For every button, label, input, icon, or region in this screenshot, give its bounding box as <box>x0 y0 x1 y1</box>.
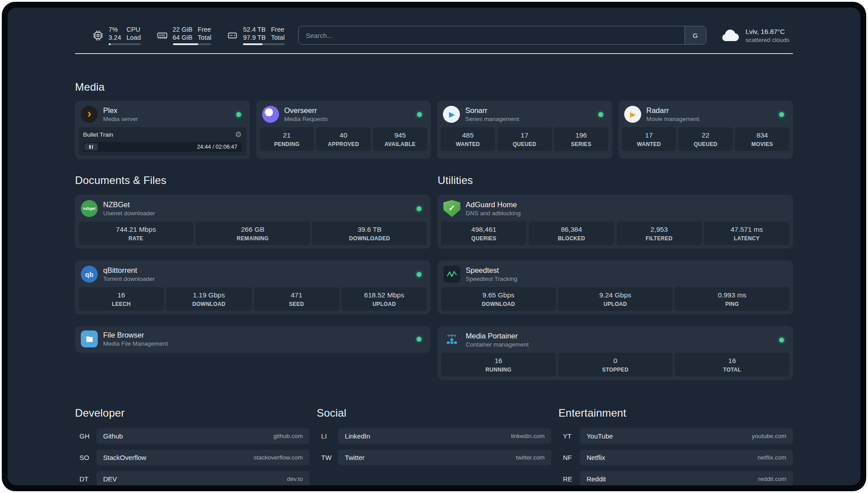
bookmark-url: youtube.com <box>752 433 786 439</box>
bookmark-netflix[interactable]: NF Netflixnetflix.com <box>559 450 793 465</box>
memory-total-label: Total <box>198 33 212 42</box>
stat-latency: 47.571 msLATENCY <box>704 221 789 245</box>
weather-widget[interactable]: Lviv, 16.87°C scattered clouds <box>720 28 789 43</box>
overseerr-icon <box>262 106 279 123</box>
bookmark-reddit[interactable]: RE Redditreddit.com <box>559 471 793 485</box>
bookmark-dev[interactable]: DT DEVdev.to <box>75 471 309 485</box>
stat-running: 16RUNNING <box>441 353 556 376</box>
bookmark-abbr: NF <box>559 454 580 461</box>
stat-available: 945AVAILABLE <box>373 127 427 151</box>
stat-download: 1.19 GbpsDOWNLOAD <box>166 287 251 311</box>
documents-column: Documents & Files nzbget NZBGet Usenet d… <box>75 174 430 380</box>
service-subtitle: Media Requests <box>284 116 328 122</box>
search-input[interactable] <box>299 26 684 44</box>
service-card-overseerr[interactable]: Overseerr Media Requests 21PENDING 40APP… <box>256 100 431 159</box>
cloud-icon <box>720 28 740 42</box>
cpu-icon <box>92 29 104 42</box>
bookmark-url: github.com <box>273 433 303 439</box>
service-card-nzbget[interactable]: nzbget NZBGet Usenet downloader 744.21 M… <box>75 195 430 249</box>
memory-progress-fill <box>173 43 198 45</box>
bookmark-stackoverflow[interactable]: SO StackOverflowstackoverflow.com <box>75 450 309 465</box>
service-name: Overseerr <box>284 106 328 115</box>
service-name: Sonarr <box>465 106 519 115</box>
plex-icon: › <box>81 106 98 123</box>
service-name: NZBGet <box>103 201 155 209</box>
service-name: Radarr <box>647 106 700 115</box>
memory-icon <box>156 29 168 42</box>
cpu-progress-fill <box>108 43 111 45</box>
service-subtitle: Series management <box>465 116 519 122</box>
service-name: File Browser <box>103 331 168 339</box>
stat-wanted: 485WANTED <box>441 127 495 151</box>
bookmark-group-developer: Developer GH Githubgithub.com SO StackOv… <box>75 407 309 485</box>
service-card-qbittorrent[interactable]: qb qBittorrent Torrent downloader 16LEEC… <box>75 260 430 314</box>
memory-progress-track <box>173 43 212 45</box>
bookmark-name: YouTube <box>587 432 613 440</box>
adguard-icon: ✓ <box>443 200 460 217</box>
service-name: qBittorrent <box>103 266 155 275</box>
stat-pending: 21PENDING <box>260 127 314 151</box>
disk-total-value: 97.9 TB <box>243 33 266 42</box>
player-progress-bar[interactable]: 24:44 / 02:06:47 <box>83 142 242 152</box>
status-dot <box>417 337 421 342</box>
gear-icon[interactable]: ⚙ <box>235 131 242 138</box>
now-playing-title: Bullet Train <box>83 131 113 138</box>
stat-leech: 16LEECH <box>79 287 164 311</box>
stat-stopped: 0STOPPED <box>558 353 673 376</box>
service-subtitle: Speedtest Tracking <box>466 276 517 282</box>
radarr-icon: ▶ <box>624 106 641 123</box>
qbittorrent-icon: qb <box>81 266 98 283</box>
bookmark-name: LinkedIn <box>345 432 370 440</box>
disk-free-value: 52.4 TB <box>243 25 266 33</box>
section-title-social: Social <box>317 407 551 419</box>
service-card-filebrowser[interactable]: File Browser Media File Management <box>75 326 430 353</box>
bookmark-linkedin[interactable]: LI LinkedInlinkedin.com <box>317 428 551 444</box>
section-title-developer: Developer <box>75 407 309 419</box>
bookmark-abbr: LI <box>317 432 338 440</box>
service-subtitle: DNS and adblocking <box>466 210 521 217</box>
stat-total: 16TOTAL <box>675 353 789 376</box>
bookmark-url: stackoverflow.com <box>254 454 303 461</box>
bookmark-url: reddit.com <box>758 476 786 482</box>
status-dot <box>417 112 422 117</box>
status-dot <box>417 206 421 211</box>
cpu-usage-value: 7% <box>108 25 121 33</box>
bookmark-name: Github <box>103 432 123 440</box>
service-card-adguard[interactable]: ✓ AdGuard Home DNS and adblocking 498,46… <box>438 195 793 249</box>
weather-location: Lviv, 16.87°C <box>746 28 789 35</box>
service-card-portainer[interactable]: Media Portainer Container management 16R… <box>438 326 793 380</box>
cpu-load-value: 3.24 <box>108 33 121 42</box>
stat-movies: 834MOVIES <box>735 127 789 151</box>
service-card-radarr[interactable]: ▶ Radarr Movie management 17WANTED 22QUE… <box>618 100 793 159</box>
service-card-speedtest[interactable]: Speedtest Speedtest Tracking 9.65 GbpsDO… <box>438 260 793 314</box>
bookmark-abbr: RE <box>559 475 580 483</box>
disk-progress-track <box>243 43 284 45</box>
status-dot <box>417 272 421 277</box>
stat-wanted: 17WANTED <box>622 127 676 151</box>
bookmark-github[interactable]: GH Githubgithub.com <box>75 428 309 444</box>
service-card-plex[interactable]: › Plex Media server Bullet Train ⚙ 24:44… <box>75 100 250 159</box>
pause-button[interactable] <box>84 143 98 150</box>
bookmark-youtube[interactable]: YT YouTubeyoutube.com <box>559 428 793 444</box>
cpu-load-label: Load <box>126 33 141 42</box>
status-dot <box>598 112 603 117</box>
dashboard-page: 7% 3.24 CPU Load <box>8 8 860 485</box>
stat-filtered: 2,953FILTERED <box>617 221 702 245</box>
service-subtitle: Usenet downloader <box>103 210 155 217</box>
stat-queries: 498,461QUERIES <box>441 221 526 245</box>
bookmark-group-entertainment: Entertainment YT YouTubeyoutube.com NF N… <box>559 407 793 485</box>
resource-widgets: 7% 3.24 CPU Load <box>92 25 285 45</box>
portainer-icon <box>443 331 460 348</box>
cpu-usage-label: CPU <box>126 25 141 33</box>
service-subtitle: Torrent downloader <box>103 276 155 282</box>
speedtest-icon <box>443 266 460 283</box>
cpu-widget: 7% 3.24 CPU Load <box>92 25 141 45</box>
search-provider-button[interactable]: G <box>684 26 706 44</box>
bookmark-url: netflix.com <box>757 454 786 461</box>
bookmark-twitter[interactable]: TW Twittertwitter.com <box>317 450 551 465</box>
service-card-sonarr[interactable]: ▶ Sonarr Series management 485WANTED 17Q… <box>437 100 612 159</box>
bookmark-abbr: SO <box>75 454 96 461</box>
section-title-media: Media <box>75 81 793 93</box>
bookmark-url: dev.to <box>287 476 303 482</box>
stat-series: 196SERIES <box>554 127 609 151</box>
